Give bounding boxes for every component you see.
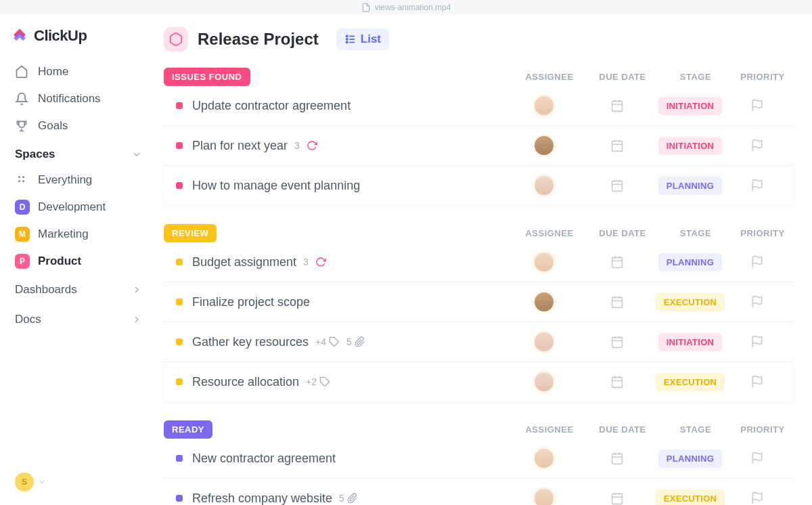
task-status-square[interactable] <box>176 455 183 462</box>
due-date-cell[interactable] <box>581 139 654 152</box>
col-header-assignee[interactable]: ASSIGNEE <box>513 424 586 435</box>
status-badge[interactable]: ISSUES FOUND <box>164 68 250 86</box>
svg-point-0 <box>18 176 20 178</box>
task-title[interactable]: New contractor agreement <box>192 452 508 466</box>
due-date-cell[interactable] <box>581 179 654 192</box>
assignee-cell[interactable] <box>508 174 581 197</box>
project-title: Release Project <box>198 30 319 49</box>
due-date-cell[interactable] <box>581 335 654 349</box>
assignee-cell[interactable] <box>508 250 581 273</box>
task-status-square[interactable] <box>176 182 183 189</box>
assignee-cell[interactable] <box>508 94 581 117</box>
task-status-square[interactable] <box>176 142 183 149</box>
assignee-cell[interactable] <box>508 290 581 313</box>
docs-label: Docs <box>15 313 41 326</box>
status-badge[interactable]: REVIEW <box>164 224 217 242</box>
stage-cell[interactable]: PLANNING <box>654 253 727 271</box>
task-row[interactable]: Resource allocation+2EXECUTION <box>164 362 793 401</box>
priority-cell[interactable] <box>727 255 788 269</box>
col-header-due[interactable]: DUE DATE <box>586 228 659 238</box>
task-title[interactable]: Refresh company website5 <box>192 491 508 506</box>
stage-cell[interactable]: EXECUTION <box>654 293 727 311</box>
due-date-cell[interactable] <box>581 375 654 389</box>
project-header: Release Project List <box>164 15 793 68</box>
col-header-stage[interactable]: STAGE <box>659 228 732 238</box>
docs-link[interactable]: Docs <box>11 305 146 334</box>
stage-cell[interactable]: INITIATION <box>654 333 727 351</box>
priority-cell[interactable] <box>727 375 788 389</box>
col-header-priority[interactable]: PRIORITY <box>732 228 793 238</box>
task-row[interactable]: Update contractor agreementINITIATION <box>164 86 793 126</box>
col-header-priority[interactable]: PRIORITY <box>732 424 793 435</box>
svg-point-1 <box>22 176 24 178</box>
task-status-square[interactable] <box>176 299 183 305</box>
col-header-assignee[interactable]: ASSIGNEE <box>513 72 586 82</box>
assignee-cell[interactable] <box>508 487 581 505</box>
col-header-due[interactable]: DUE DATE <box>586 72 659 82</box>
stage-pill: INITIATION <box>658 333 723 351</box>
task-title[interactable]: How to manage event planning <box>192 179 508 193</box>
task-status-square[interactable] <box>176 102 183 109</box>
space-everything[interactable]: Everything <box>11 167 146 194</box>
task-title[interactable]: Update contractor agreement <box>192 99 508 113</box>
view-list-button[interactable]: List <box>336 28 389 50</box>
status-badge[interactable]: READY <box>164 420 212 439</box>
assignee-cell[interactable] <box>508 447 581 470</box>
priority-cell[interactable] <box>727 179 788 192</box>
task-title[interactable]: Budget assignment3 <box>192 255 508 269</box>
task-status-square[interactable] <box>176 338 183 345</box>
space-item-marketing[interactable]: MMarketing <box>11 221 146 248</box>
stage-cell[interactable]: INITIATION <box>654 137 727 155</box>
stage-cell[interactable]: PLANNING <box>654 449 727 468</box>
task-status-square[interactable] <box>176 495 183 502</box>
spaces-header[interactable]: Spaces <box>11 139 146 167</box>
space-item-development[interactable]: DDevelopment <box>11 194 146 221</box>
priority-cell[interactable] <box>727 139 788 152</box>
svg-rect-15 <box>612 141 623 151</box>
priority-cell[interactable] <box>727 452 788 465</box>
col-header-due[interactable]: DUE DATE <box>586 424 659 435</box>
task-title[interactable]: Plan for next year3 <box>192 139 508 153</box>
stage-cell[interactable]: EXECUTION <box>654 489 727 506</box>
task-status-square[interactable] <box>176 378 183 385</box>
priority-cell[interactable] <box>727 295 788 309</box>
task-row[interactable]: Budget assignment3PLANNING <box>164 242 793 282</box>
task-title[interactable]: Gather key resources+45 <box>192 335 508 349</box>
task-row[interactable]: Gather key resources+45INITIATION <box>164 322 793 362</box>
nav-home[interactable]: Home <box>11 58 146 85</box>
task-row[interactable]: Refresh company website5EXECUTION <box>164 479 793 505</box>
due-date-cell[interactable] <box>581 99 654 112</box>
assignee-cell[interactable] <box>508 134 581 157</box>
stage-cell[interactable]: INITIATION <box>654 97 727 115</box>
nav-goals[interactable]: Goals <box>11 112 146 139</box>
due-date-cell[interactable] <box>581 452 654 465</box>
priority-cell[interactable] <box>727 99 788 112</box>
priority-cell[interactable] <box>727 491 788 505</box>
nav-notifications[interactable]: Notifications <box>11 85 146 112</box>
nav-home-label: Home <box>38 65 68 79</box>
col-header-assignee[interactable]: ASSIGNEE <box>513 228 586 238</box>
avatar <box>533 250 556 273</box>
assignee-cell[interactable] <box>508 330 581 353</box>
task-title[interactable]: Resource allocation+2 <box>192 375 508 389</box>
due-date-cell[interactable] <box>581 491 654 505</box>
task-title[interactable]: Finalize project scope <box>192 295 508 309</box>
task-row[interactable]: New contractor agreementPLANNING <box>164 439 793 479</box>
task-status-square[interactable] <box>176 259 183 265</box>
col-header-stage[interactable]: STAGE <box>659 424 732 435</box>
dashboards-link[interactable]: Dashboards <box>11 275 146 305</box>
assignee-cell[interactable] <box>508 370 581 393</box>
stage-cell[interactable]: PLANNING <box>654 177 727 195</box>
task-row[interactable]: Plan for next year3INITIATION <box>164 126 793 166</box>
task-row[interactable]: Finalize project scopeEXECUTION <box>164 282 793 322</box>
col-header-stage[interactable]: STAGE <box>659 72 732 82</box>
stage-cell[interactable]: EXECUTION <box>654 373 727 391</box>
task-row[interactable]: How to manage event planningPLANNING <box>164 166 793 205</box>
priority-cell[interactable] <box>727 335 788 349</box>
brand-logo[interactable]: ClickUp <box>11 27 146 45</box>
user-menu[interactable]: S <box>11 466 146 498</box>
due-date-cell[interactable] <box>581 295 654 309</box>
space-item-product[interactable]: PProduct <box>11 248 146 275</box>
col-header-priority[interactable]: PRIORITY <box>732 72 793 82</box>
due-date-cell[interactable] <box>581 255 654 269</box>
